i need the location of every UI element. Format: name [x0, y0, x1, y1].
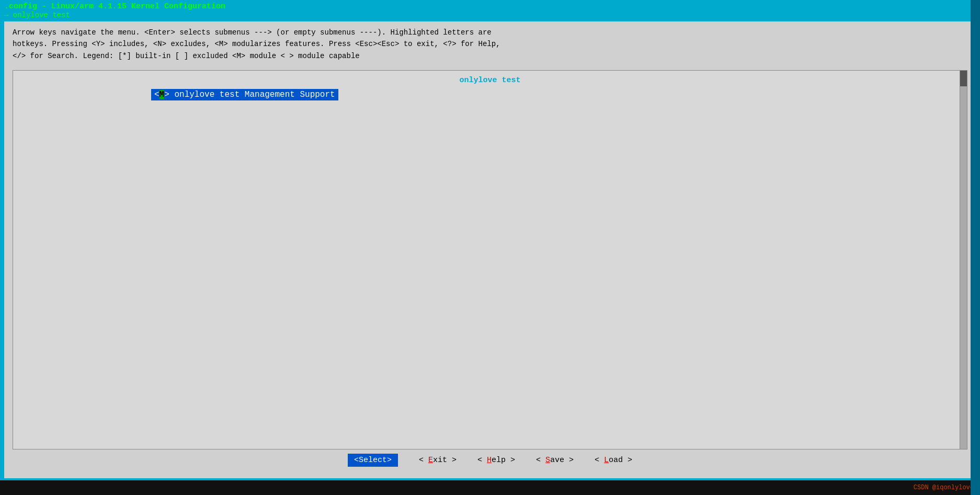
help-line-2: hotkeys. Pressing <Y> includes, <N> excl… — [13, 38, 967, 50]
exit-hotkey: E — [428, 456, 433, 465]
item-prefix: < — [154, 90, 159, 99]
item-suffix: > onlylove test Management Support — [164, 90, 335, 99]
menu-box: onlylove test <M> onlylove test Manageme… — [13, 70, 967, 449]
help-hotkey: H — [487, 456, 492, 465]
dialog-heading: onlylove test — [15, 76, 965, 85]
main-area: Arrow keys navigate the menu. <Enter> se… — [4, 21, 976, 478]
title-bar: .config - Linux/arm 4.1.15 Kernel Config… — [0, 0, 980, 19]
save-button[interactable]: < Save > — [536, 456, 574, 465]
help-line-3: </> for Search. Legend: [*] built-in [ ]… — [13, 50, 967, 62]
subtitle: → onlylove test — [4, 11, 976, 19]
scrollbar[interactable] — [960, 71, 967, 449]
footer-strip: CSDN @iqonlylove — [0, 480, 980, 495]
help-line-1: Arrow keys navigate the menu. <Enter> se… — [13, 27, 967, 38]
item-hotkey: M — [159, 90, 165, 99]
right-stripe — [971, 0, 980, 495]
help-button[interactable]: < Help > — [477, 456, 515, 465]
scrollbar-thumb — [960, 71, 967, 86]
select-button[interactable]: <Select> — [348, 454, 398, 467]
load-button[interactable]: < Load > — [595, 456, 632, 465]
watermark: CSDN @iqonlylove — [914, 484, 974, 491]
save-hotkey: S — [545, 456, 550, 465]
help-text: Arrow keys navigate the menu. <Enter> se… — [13, 27, 967, 62]
app-title: .config - Linux/arm 4.1.15 Kernel Config… — [4, 2, 976, 11]
bottom-bar: <Select> < Exit > < Help > < Save > < Lo… — [13, 449, 967, 473]
load-hotkey: L — [604, 456, 609, 465]
exit-button[interactable]: < Exit > — [419, 456, 457, 465]
menu-item-management-support[interactable]: <M> onlylove test Management Support — [151, 89, 338, 100]
